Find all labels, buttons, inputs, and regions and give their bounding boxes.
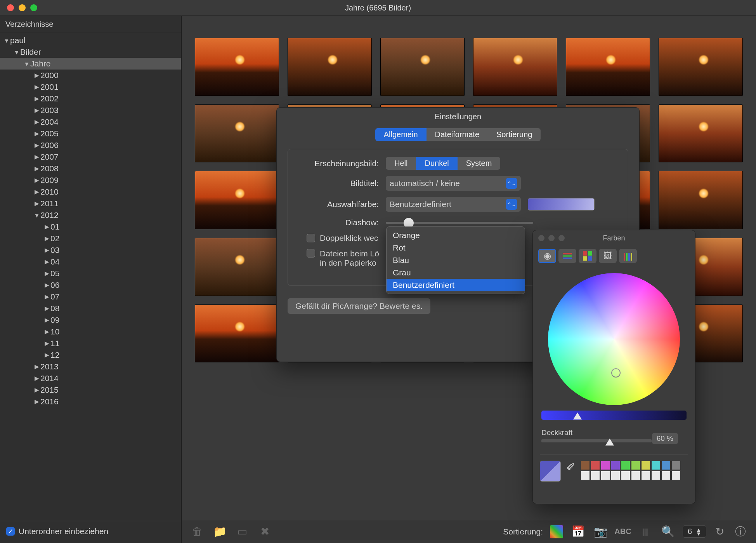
refresh-icon[interactable]: ↻ — [712, 524, 727, 540]
thumbnail[interactable] — [659, 104, 743, 163]
delete-to-trash-checkbox[interactable] — [307, 249, 315, 258]
search-icon[interactable]: 🔍 — [660, 524, 676, 540]
maximize-window-button[interactable] — [30, 4, 37, 11]
disclosure-right-icon[interactable]: ▶ — [43, 340, 50, 347]
thumbnail[interactable] — [473, 38, 557, 96]
disclosure-right-icon[interactable]: ▶ — [33, 177, 40, 184]
tree-item-2004[interactable]: ▶2004 — [0, 116, 181, 128]
color-swatch[interactable] — [621, 461, 630, 470]
disclosure-right-icon[interactable]: ▶ — [33, 200, 40, 207]
settings-tabs[interactable]: Allgemein Dateiformate Sortierung — [375, 128, 541, 141]
disclosure-right-icon[interactable]: ▶ — [43, 328, 50, 335]
selection-color-dropdown[interactable]: OrangeRotBlauGrauBenutzerdefiniert — [386, 226, 525, 294]
folder-icon[interactable]: 📁 — [212, 524, 227, 540]
columns-stepper[interactable]: 6 ▲▼ — [683, 526, 706, 538]
color-swatch[interactable] — [641, 461, 650, 470]
cancel-icon[interactable]: ✖ — [257, 524, 272, 540]
disclosure-right-icon[interactable]: ▶ — [33, 398, 40, 405]
opacity-value[interactable]: 60 % — [652, 433, 678, 444]
disclosure-down-icon[interactable]: ▼ — [33, 212, 40, 219]
disclosure-right-icon[interactable]: ▶ — [33, 363, 40, 370]
disclosure-right-icon[interactable]: ▶ — [43, 282, 50, 289]
disclosure-down-icon[interactable]: ▼ — [13, 49, 20, 56]
disclosure-right-icon[interactable]: ▶ — [43, 270, 50, 277]
appearance-segmented[interactable]: Hell Dunkel System — [386, 157, 500, 170]
color-swatch-grid[interactable] — [581, 461, 681, 480]
color-sliders-mode-icon[interactable] — [558, 249, 576, 263]
color-swatch[interactable] — [581, 461, 590, 470]
tree-item-2013[interactable]: ▶2013 — [0, 361, 181, 372]
tree-item-2010[interactable]: ▶2010 — [0, 186, 181, 198]
disclosure-down-icon[interactable]: ▼ — [3, 37, 10, 44]
color-palette-mode-icon[interactable] — [579, 249, 596, 263]
tree-item-2005[interactable]: ▶2005 — [0, 128, 181, 139]
thumbnail[interactable] — [566, 38, 650, 96]
disclosure-right-icon[interactable]: ▶ — [43, 258, 50, 265]
disclosure-right-icon[interactable]: ▶ — [33, 165, 40, 172]
tree-item-05[interactable]: ▶05 — [0, 268, 181, 279]
sort-color-grid-icon[interactable] — [550, 525, 563, 538]
disclosure-right-icon[interactable]: ▶ — [33, 386, 40, 393]
disclosure-right-icon[interactable]: ▶ — [33, 153, 40, 160]
image-title-select[interactable]: automatisch / keine ⌃⌄ — [386, 176, 521, 191]
appearance-light[interactable]: Hell — [386, 157, 416, 170]
sort-name-icon[interactable]: ABC — [615, 524, 631, 540]
tree-item-2016[interactable]: ▶2016 — [0, 396, 181, 407]
trash-icon[interactable]: 🗑 — [189, 524, 205, 540]
tree-item-09[interactable]: ▶09 — [0, 314, 181, 326]
tree-item-02[interactable]: ▶02 — [0, 233, 181, 244]
tab-sorting[interactable]: Sortierung — [488, 128, 541, 141]
tree-item-2006[interactable]: ▶2006 — [0, 139, 181, 151]
selection-color-swatch[interactable] — [528, 198, 595, 211]
sort-bars-icon[interactable]: ⫼ — [638, 524, 653, 540]
thumbnail[interactable] — [195, 305, 279, 363]
color-wheel-cursor[interactable] — [611, 368, 621, 378]
disclosure-right-icon[interactable]: ▶ — [43, 305, 50, 312]
color-wheel[interactable] — [548, 273, 680, 405]
color-image-mode-icon[interactable]: 🖼 — [599, 249, 617, 263]
tree-item-2015[interactable]: ▶2015 — [0, 384, 181, 396]
tree-item-2014[interactable]: ▶2014 — [0, 372, 181, 384]
dropdown-item-grau[interactable]: Grau — [387, 266, 525, 279]
tab-formats[interactable]: Dateiformate — [427, 128, 488, 141]
color-swatch[interactable] — [611, 471, 620, 480]
tab-general[interactable]: Allgemein — [375, 128, 427, 141]
tree-item-2012[interactable]: ▼2012 — [0, 209, 181, 221]
info-icon[interactable]: ⓘ — [733, 524, 748, 540]
disclosure-right-icon[interactable]: ▶ — [43, 293, 50, 300]
tree-item-2008[interactable]: ▶2008 — [0, 163, 181, 174]
tree-item-2001[interactable]: ▶2001 — [0, 81, 181, 93]
color-swatch[interactable] — [601, 471, 610, 480]
doubleclick-checkbox[interactable] — [307, 234, 315, 242]
tree-item-10[interactable]: ▶10 — [0, 326, 181, 338]
color-swatch[interactable] — [641, 471, 650, 480]
color-swatch[interactable] — [611, 461, 620, 470]
tree-item-2003[interactable]: ▶2003 — [0, 104, 181, 116]
tree-item-jahre[interactable]: ▼Jahre — [0, 58, 181, 70]
thumbnail[interactable] — [195, 238, 279, 296]
appearance-dark[interactable]: Dunkel — [416, 157, 457, 170]
disclosure-down-icon[interactable]: ▼ — [23, 61, 30, 67]
color-swatch[interactable] — [631, 461, 640, 470]
color-swatch[interactable] — [671, 471, 681, 480]
thumbnail[interactable] — [288, 38, 372, 96]
color-swatch[interactable] — [581, 471, 590, 480]
disclosure-right-icon[interactable]: ▶ — [43, 235, 50, 242]
tree-item-12[interactable]: ▶12 — [0, 349, 181, 361]
dropdown-item-orange[interactable]: Orange — [387, 229, 525, 242]
include-subfolders-checkbox[interactable]: ✓ — [6, 527, 15, 536]
disclosure-right-icon[interactable]: ▶ — [33, 130, 40, 137]
colors-traffic-lights[interactable] — [538, 235, 565, 241]
dropdown-item-blau[interactable]: Blau — [387, 254, 525, 266]
tree-item-03[interactable]: ▶03 — [0, 244, 181, 256]
minimize-window-button[interactable] — [19, 4, 26, 11]
disclosure-right-icon[interactable]: ▶ — [43, 352, 50, 359]
disclosure-right-icon[interactable]: ▶ — [33, 95, 40, 102]
selection-color-select[interactable]: Benutzerdefiniert ⌃⌄ — [386, 197, 521, 212]
disclosure-right-icon[interactable]: ▶ — [33, 107, 40, 114]
color-swatch[interactable] — [661, 461, 671, 470]
color-swatch[interactable] — [661, 471, 671, 480]
disclosure-right-icon[interactable]: ▶ — [43, 223, 50, 230]
sort-date-modified-icon[interactable]: 📅 — [570, 524, 586, 540]
color-swatch[interactable] — [631, 471, 640, 480]
